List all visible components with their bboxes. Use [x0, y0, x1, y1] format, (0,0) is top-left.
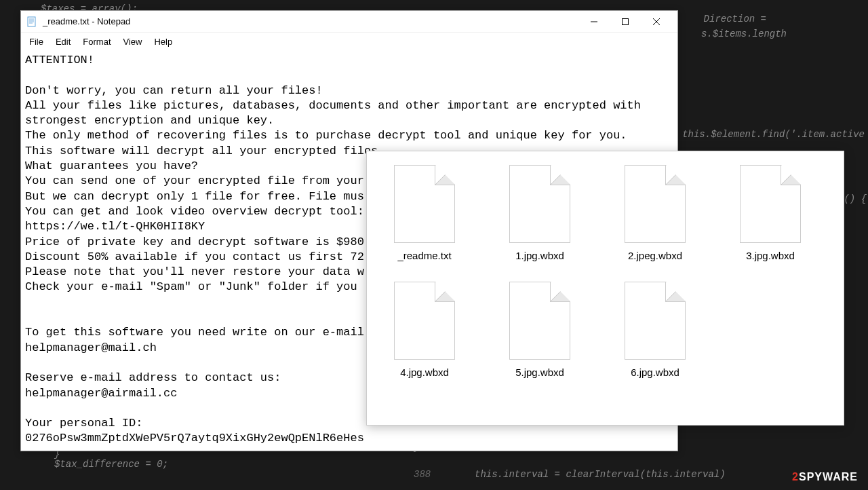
watermark-text: SPYWARE: [799, 471, 858, 483]
file-icon: [394, 282, 455, 360]
file-icon: [509, 165, 570, 243]
file-label: 4.jpg.wbxd: [400, 366, 449, 378]
bg-code-line: () {: [844, 193, 867, 204]
menu-format[interactable]: Format: [77, 35, 116, 48]
svg-rect-6: [623, 18, 629, 24]
watermark: 2SPYWARE: [792, 471, 858, 483]
file-icon: [625, 165, 686, 243]
file-item[interactable]: 2.jpeg.wbxd: [614, 165, 696, 261]
file-item[interactable]: _readme.txt: [384, 165, 465, 261]
file-item[interactable]: 4.jpg.wbxd: [384, 282, 465, 378]
titlebar[interactable]: _readme.txt - Notepad: [21, 11, 677, 33]
file-label: _readme.txt: [397, 250, 451, 261]
file-label: 2.jpeg.wbxd: [628, 250, 682, 261]
file-label: 1.jpg.wbxd: [515, 250, 564, 261]
bg-code-line: 388: [414, 469, 431, 480]
window-title: _readme.txt - Notepad: [43, 16, 578, 26]
menu-help[interactable]: Help: [149, 35, 178, 48]
file-item[interactable]: 1.jpg.wbxd: [499, 165, 580, 261]
window-controls: [578, 12, 672, 32]
file-icon: [509, 282, 570, 360]
file-label: 3.jpg.wbxd: [746, 250, 795, 261]
bg-code-line: this.interval = clearInterval(this.inter…: [475, 469, 726, 480]
close-button[interactable]: [641, 12, 672, 32]
menu-view[interactable]: View: [118, 35, 148, 48]
file-icon: [394, 165, 455, 243]
bg-code-line: $tax_difference = 0;: [54, 459, 168, 470]
menu-file[interactable]: File: [24, 35, 49, 48]
file-label: 6.jpg.wbxd: [631, 366, 679, 378]
file-icon: [625, 282, 686, 360]
maximize-button[interactable]: [610, 12, 641, 32]
file-label: 5.jpg.wbxd: [515, 366, 564, 378]
menubar: File Edit Format View Help: [21, 33, 677, 50]
notepad-icon: [26, 16, 37, 27]
file-item[interactable]: 6.jpg.wbxd: [614, 282, 696, 378]
file-item[interactable]: 3.jpg.wbxd: [730, 165, 811, 261]
bg-code-line: Direction =: [704, 14, 766, 24]
menu-edit[interactable]: Edit: [50, 35, 76, 48]
minimize-button[interactable]: [578, 12, 610, 32]
bg-code-line: s.$items.length: [701, 29, 787, 39]
watermark-num: 2: [792, 471, 799, 483]
file-item[interactable]: 5.jpg.wbxd: [499, 282, 580, 378]
file-explorer: _readme.txt 1.jpg.wbxd 2.jpeg.wbxd 3.jpg…: [366, 151, 844, 426]
file-icon: [740, 165, 801, 243]
